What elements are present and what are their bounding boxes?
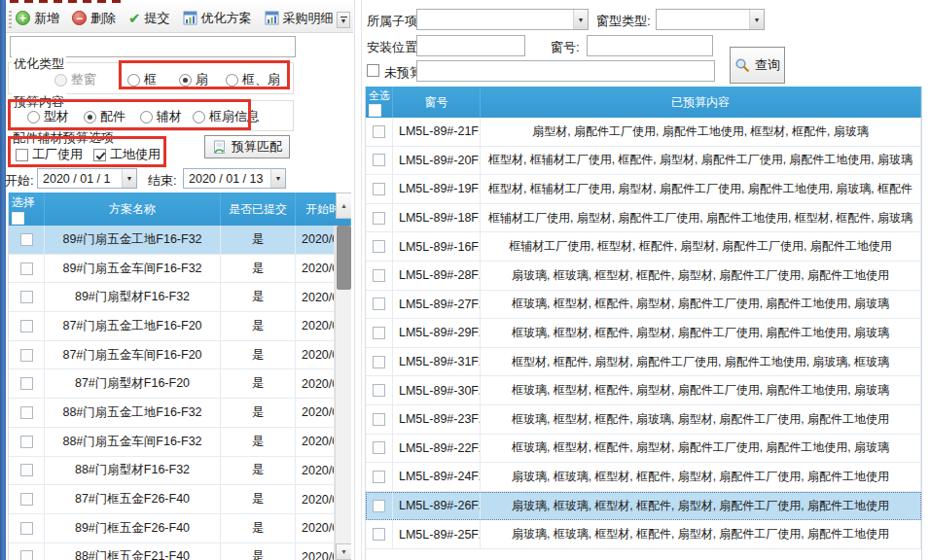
window-row[interactable]: LM5L-89#-20F18 框型材, 框辅材工厂使用, 框配件, 扇型材, 扇…	[366, 147, 921, 176]
sub-item-combobox[interactable]: ▼	[416, 9, 589, 30]
plan-row[interactable]: 89#门扇型材F16-F32 是 2020/0	[9, 283, 335, 312]
row-checkbox[interactable]	[373, 125, 385, 138]
window-row[interactable]: LM5L-89#-31F29 框型材, 框配件, 扇型材, 扇配件工厂使用, 扇…	[366, 348, 921, 377]
scroll-up-icon[interactable]: ▲	[336, 192, 351, 219]
left-table-scrollbar[interactable]: ▲ ▼	[335, 226, 351, 560]
scrollbar-thumb[interactable]	[337, 226, 351, 290]
row-checkbox[interactable]	[20, 522, 33, 535]
radio-accessory[interactable]: 配件	[84, 108, 125, 125]
row-checkbox[interactable]	[20, 436, 33, 448]
row-checkbox[interactable]	[20, 291, 33, 303]
end-date-picker[interactable]: 2020 / 01 / 13 ▼	[183, 168, 286, 189]
add-button[interactable]: + 新增	[16, 10, 59, 27]
submitted-column-header[interactable]: 是否已提交	[221, 192, 296, 226]
radio-icon[interactable]	[27, 111, 40, 123]
submit-button[interactable]: ✔ 提交	[128, 10, 170, 27]
row-checkbox[interactable]	[373, 500, 385, 512]
window-row[interactable]: LM5L-89#-16F15 框辅材工厂使用, 框型材, 框配件, 扇型材, 扇…	[366, 232, 921, 262]
radio-icon[interactable]	[140, 111, 153, 123]
radio-frame[interactable]: 框	[127, 71, 157, 88]
radio-icon[interactable]	[179, 74, 192, 87]
window-row[interactable]: LM5L-89#-21F19 扇型材, 扇配件工厂使用, 扇配件工地使用, 框型…	[366, 118, 921, 147]
window-row[interactable]: LM5L-89#-26F24 扇玻璃, 框玻璃, 框型材, 框配件, 扇型材, …	[366, 492, 921, 521]
checkbox-factory-use[interactable]: 工厂使用	[16, 146, 83, 163]
row-checkbox[interactable]	[373, 183, 385, 195]
window-row[interactable]: LM5L-89#-18F16 框辅材工厂使用, 扇型材, 扇配件工厂使用, 扇配…	[366, 204, 921, 233]
row-checkbox[interactable]	[373, 269, 385, 282]
query-button[interactable]: 查询	[730, 47, 785, 84]
window-row[interactable]: LM5L-89#-28F26 扇玻璃, 框玻璃, 框型材, 框配件, 扇型材, …	[366, 262, 921, 291]
radio-frame-sash-info[interactable]: 框扇信息	[193, 108, 260, 125]
checkbox-icon[interactable]	[93, 149, 106, 161]
plan-row[interactable]: 87#门扇五金车间F16-F20 是 2020/0	[9, 341, 335, 370]
row-checkbox[interactable]	[373, 471, 385, 483]
end-date-dropdown-icon[interactable]: ▼	[270, 169, 285, 188]
delete-button[interactable]: − 删除	[72, 10, 116, 27]
row-checkbox[interactable]	[373, 528, 385, 541]
optimize-plan-button[interactable]: 优化方案	[183, 10, 252, 27]
scroll-down-icon[interactable]: ▼	[336, 543, 351, 560]
window-row[interactable]: LM5L-89#-24F22 扇玻璃, 框玻璃, 框型材, 框配件, 扇型材, …	[366, 463, 921, 492]
select-all-checkbox[interactable]	[12, 212, 24, 225]
row-checkbox[interactable]	[373, 356, 385, 368]
win-no-column-header[interactable]: 窗号	[393, 87, 481, 118]
sub-item-dropdown-icon[interactable]: ▼	[573, 10, 588, 29]
row-checkbox[interactable]	[20, 406, 33, 419]
radio-auxiliary[interactable]: 辅材	[140, 108, 182, 125]
plan-row[interactable]: 88#门扇五金工地F16-F32 是 2020/0	[9, 399, 335, 428]
plan-row[interactable]: 89#门扇五金工地F16-F32 是 2020/0	[9, 226, 335, 255]
row-checkbox[interactable]	[373, 413, 385, 426]
window-row[interactable]: LM5L-89#-27F25 框玻璃, 框型材, 框配件, 扇型材, 扇配件工厂…	[366, 291, 921, 320]
radio-profile[interactable]: 型材	[27, 108, 69, 125]
window-row[interactable]: LM5L-89#-19F17 框型材, 框辅材工厂使用, 扇型材, 扇配件工厂使…	[366, 175, 921, 204]
checkbox-icon[interactable]	[16, 149, 28, 161]
row-checkbox[interactable]	[373, 441, 385, 454]
plan-search-input[interactable]	[10, 36, 296, 57]
window-row[interactable]: LM5L-89#-22F20 框玻璃, 框型材, 框配件, 扇型材, 扇配件工厂…	[366, 435, 921, 464]
radio-frame-sash[interactable]: 框、扇	[226, 71, 280, 88]
budget-match-button[interactable]: 预算匹配	[204, 135, 290, 158]
start-date-dropdown-icon[interactable]: ▼	[122, 169, 136, 188]
start-date-picker[interactable]: 2020 / 01 / 1 ▼	[37, 168, 137, 189]
win-type-dropdown-icon[interactable]: ▼	[749, 10, 764, 29]
row-checkbox[interactable]	[373, 327, 385, 339]
plan-row[interactable]: 88#门扇五金车间F16-F32 是 2020/0	[9, 428, 335, 457]
plan-row[interactable]: 89#门扇五金车间F16-F32 是 2020/0	[9, 255, 335, 284]
content-column-header[interactable]: 已预算内容	[481, 87, 921, 118]
row-checkbox[interactable]	[20, 493, 33, 506]
row-checkbox[interactable]	[373, 384, 385, 397]
row-checkbox[interactable]	[20, 550, 33, 560]
win-no-input[interactable]	[587, 35, 713, 56]
row-checkbox[interactable]	[373, 240, 385, 253]
row-checkbox[interactable]	[373, 298, 385, 310]
row-checkbox[interactable]	[20, 320, 33, 332]
checkbox-site-use[interactable]: 工地使用	[93, 146, 161, 163]
window-row[interactable]: LM5L-89#-30F28 框玻璃, 框型材, 框配件, 扇型材, 扇配件工厂…	[366, 376, 921, 405]
row-checkbox[interactable]	[20, 233, 33, 246]
window-row[interactable]: LM5L-89#-29F27 框玻璃, 框型材, 框配件, 扇型材, 扇配件工厂…	[366, 319, 921, 348]
no-budget-checkbox[interactable]	[367, 64, 379, 77]
row-checkbox[interactable]	[20, 377, 33, 390]
toolbar-overflow-button[interactable]: ▼	[337, 12, 350, 28]
plan-row[interactable]: 88#门扇型材F16-F32 是 2020/0	[9, 457, 335, 486]
row-checkbox[interactable]	[20, 262, 33, 275]
no-budget-input[interactable]	[416, 60, 715, 82]
toolbar-grip[interactable]	[9, 11, 12, 28]
plan-row[interactable]: 87#门框五金F26-F40 是 2020/0	[9, 485, 335, 514]
install-location-input[interactable]	[416, 35, 525, 56]
plan-row[interactable]: 89#门框五金F26-F40 是 2020/0	[9, 514, 335, 543]
plan-row[interactable]: 88#门框五金F21-F40 是 2020/0	[9, 543, 335, 560]
radio-icon[interactable]	[127, 74, 140, 87]
select-all-checkbox[interactable]	[369, 104, 381, 117]
radio-icon[interactable]	[226, 74, 238, 87]
radio-sash[interactable]: 扇	[179, 71, 208, 88]
plan-name-column-header[interactable]: 方案名称	[45, 192, 221, 226]
radio-icon[interactable]	[193, 111, 205, 123]
purchase-detail-button[interactable]: 采购明细 ▾	[265, 10, 343, 27]
row-checkbox[interactable]	[20, 464, 33, 476]
row-checkbox[interactable]	[373, 212, 385, 225]
plan-row[interactable]: 87#门扇型材F16-F20 是 2020/0	[9, 369, 335, 399]
window-row[interactable]: LM5L-89#-25F23 扇玻璃, 框玻璃, 框型材, 框配件, 扇型材, …	[366, 520, 921, 549]
row-checkbox[interactable]	[20, 349, 33, 362]
plan-row[interactable]: 87#门扇五金工地F16-F20 是 2020/0	[9, 312, 335, 341]
